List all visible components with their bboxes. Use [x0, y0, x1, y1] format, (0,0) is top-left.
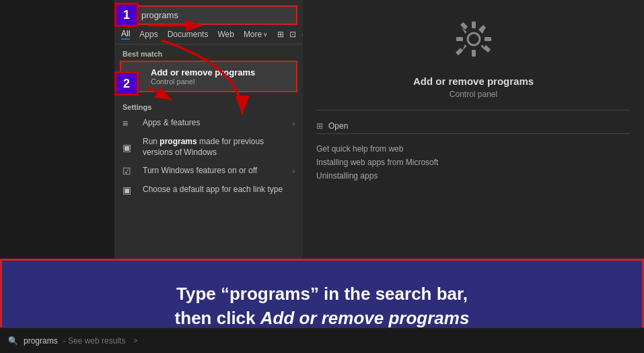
- taskbar-chevron: >: [133, 337, 137, 344]
- right-divider: [316, 110, 631, 110]
- svg-rect-1: [472, 22, 476, 28]
- right-panel-icon: [454, 19, 494, 67]
- best-match-item[interactable]: ⚙ Add or remove programs Control panel: [120, 61, 297, 92]
- search-right-panel: Add or remove programs Control panel ⊞ O…: [303, 0, 644, 286]
- best-match-text: Add or remove programs Control panel: [151, 67, 255, 86]
- taskbar-search-icon: 🔍: [8, 336, 18, 346]
- svg-rect-6: [483, 45, 491, 53]
- filter-tabs: All Apps Documents Web More ∨ ⊞ ⊡ ···: [114, 25, 303, 44]
- right-panel-subtitle: Control panel: [450, 90, 497, 99]
- settings-header: Settings: [114, 98, 303, 114]
- apps-features-arrow: ›: [293, 120, 295, 127]
- filter-tab-all[interactable]: All: [121, 29, 130, 40]
- apps-features-icon: ≡: [122, 118, 136, 129]
- open-action[interactable]: ⊞ Open: [316, 119, 631, 133]
- run-programs-icon: ▣: [122, 142, 136, 153]
- svg-rect-3: [456, 37, 463, 41]
- best-match-header: Best match: [114, 44, 303, 61]
- open-icon: ⊞: [316, 121, 323, 131]
- windows-features-text: Turn Windows features on or off: [143, 166, 286, 176]
- filter-icon-2: ⊡: [289, 30, 296, 39]
- windows-features-icon: ☑: [122, 166, 136, 176]
- filter-tab-more[interactable]: More ∨: [244, 30, 268, 39]
- default-app-text: Choose a default app for each link type: [143, 185, 295, 195]
- run-programs-text: Run programs made for previous versions …: [143, 137, 295, 158]
- svg-rect-4: [485, 37, 491, 41]
- settings-item-2[interactable]: ☑ Turn Windows features on or off ›: [114, 162, 303, 181]
- taskbar-search-value: programs: [24, 336, 58, 346]
- instruction-text: Type “programs” in the search bar, then …: [175, 282, 470, 331]
- web-link-2[interactable]: Uninstalling apps: [316, 169, 631, 183]
- settings-item-3[interactable]: ▣ Choose a default app for each link typ…: [114, 181, 303, 199]
- svg-rect-2: [472, 50, 476, 57]
- filter-tab-web[interactable]: Web: [217, 30, 234, 39]
- web-link-1[interactable]: Installing web apps from Microsoft: [316, 156, 631, 169]
- best-match-title: Add or remove programs: [151, 67, 255, 77]
- settings-section: Settings ≡ Apps & features › ▣ Run progr…: [114, 95, 303, 202]
- svg-point-0: [468, 33, 480, 45]
- open-label: Open: [328, 121, 348, 131]
- filter-icon-1: ⊞: [277, 30, 284, 39]
- settings-item-0[interactable]: ≡ Apps & features ›: [114, 114, 303, 133]
- step-badge-2: 2: [114, 71, 139, 96]
- search-input-value: programs: [141, 10, 178, 20]
- svg-rect-5: [460, 22, 468, 30]
- left-sidebar: [0, 0, 114, 259]
- taskbar-search-suffix: - See web results: [63, 336, 126, 346]
- search-bar[interactable]: 🔍 programs: [120, 5, 297, 25]
- search-left-panel: 🔍 programs All Apps Documents Web More ∨…: [114, 0, 303, 286]
- instruction-italic: Add or remove programs: [260, 308, 470, 328]
- windows-features-arrow: ›: [293, 168, 295, 175]
- settings-item-1[interactable]: ▣ Run programs made for previous version…: [114, 133, 303, 162]
- filter-tab-documents[interactable]: Documents: [168, 30, 209, 39]
- win-search-panel: 🔍 programs All Apps Documents Web More ∨…: [114, 0, 644, 286]
- svg-rect-7: [478, 25, 485, 32]
- screenshot-container: 🔍 programs All Apps Documents Web More ∨…: [0, 0, 644, 353]
- best-match-subtitle: Control panel: [151, 77, 255, 86]
- instruction-line2-prefix: then click: [175, 308, 260, 328]
- default-app-icon: ▣: [122, 185, 136, 195]
- bottom-taskbar: 🔍 programs - See web results >: [0, 327, 644, 353]
- right-divider-2: [316, 133, 631, 134]
- right-panel-title: Add or remove programs: [413, 75, 534, 87]
- step-badge-1: 1: [114, 3, 139, 27]
- svg-rect-8: [455, 48, 462, 55]
- apps-features-text: Apps & features: [143, 118, 286, 129]
- filter-tab-apps[interactable]: Apps: [139, 30, 157, 39]
- instruction-line1: Type “programs” in the search bar,: [176, 284, 468, 304]
- quick-help-label: Get quick help from web: [316, 142, 631, 156]
